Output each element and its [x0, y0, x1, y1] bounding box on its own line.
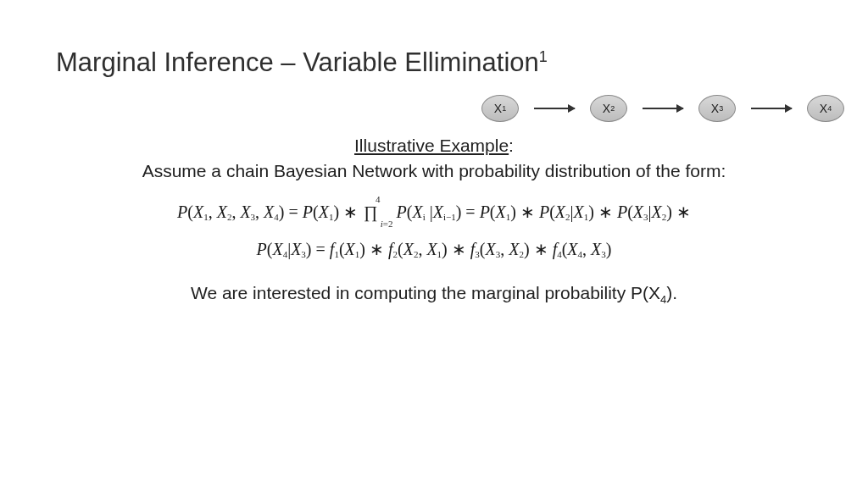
f2-rp4: )	[606, 240, 612, 258]
f2-x4: X	[272, 240, 282, 258]
title-footnote-ref: 1	[539, 48, 548, 65]
node-x2-sub: 2	[610, 104, 615, 113]
f2-fx2a: X	[403, 240, 414, 258]
f2-fx4a: X	[567, 240, 577, 258]
f1-x2x2b: X	[652, 202, 662, 221]
f2-cf4: ,	[582, 240, 591, 258]
f1-x2x3: X	[633, 202, 643, 221]
f2-cf2: ,	[418, 240, 426, 258]
marginal-text: We are interested in computing the margi…	[0, 283, 868, 306]
f1-x2: X	[217, 202, 227, 221]
f1-p2x1: P	[480, 202, 490, 221]
node-x3-sub: 3	[719, 104, 723, 113]
f1-lp2x2: (	[549, 202, 555, 221]
f1-pxi: P	[397, 202, 407, 221]
node-x3-var: X	[711, 102, 719, 115]
f1-x2x1b: X	[574, 202, 584, 221]
f1-p2x2: P	[539, 202, 549, 221]
slide-title: Marginal Inference – Variable Elliminati…	[56, 47, 548, 78]
f1-c3: ,	[255, 202, 264, 221]
prod-sub-eq: =2	[383, 219, 393, 229]
marginal-post: ).	[666, 283, 677, 302]
node-x3: X3	[698, 95, 736, 122]
prod-sub: i=2	[381, 219, 393, 229]
f2-fx2b: X	[426, 240, 437, 258]
assume-text: Assume a chain Bayesian Network with pro…	[0, 161, 868, 181]
bayesian-chain-diagram: X1 X2 X3 X4	[481, 95, 844, 122]
illustrative-label: Illustrative Example	[354, 136, 509, 155]
f2-cf3: ,	[500, 240, 509, 258]
marginal-pre: We are interested in computing the margi…	[191, 283, 660, 302]
f2-fx3a: X	[486, 240, 496, 258]
node-x1: X1	[481, 95, 519, 122]
f1-xim: X	[433, 202, 443, 221]
f1-rp1: ) =	[279, 202, 303, 221]
f1-bar1: |	[426, 202, 433, 221]
f1-rp2x1: ) ∗	[510, 202, 539, 221]
prod-glyph: ∏	[364, 202, 377, 221]
f2-px4: P	[257, 240, 267, 258]
arrow-icon	[643, 108, 683, 109]
f2-x3b: X	[291, 240, 301, 258]
formula-line-1: P(X1, X2, X3, X4) = P(X1) ∗ ∏4i=2 P(Xi |…	[0, 202, 868, 222]
f2-fx1: X	[345, 240, 355, 258]
f1-x2x2: X	[555, 202, 565, 221]
f1-p: P	[177, 202, 187, 221]
f2-lp2: (	[398, 240, 403, 258]
product-symbol: ∏4i=2	[364, 202, 377, 222]
node-x2: X2	[590, 95, 627, 122]
f1-xx1: X	[319, 202, 329, 221]
f1-x4: X	[264, 202, 274, 221]
illustrative-colon: :	[509, 136, 514, 155]
f1-c2: ,	[231, 202, 240, 221]
f1-x3: X	[240, 202, 250, 221]
node-x1-sub: 1	[502, 104, 506, 113]
f1-c1: ,	[209, 202, 217, 221]
f1-sim: i−1	[443, 212, 456, 222]
f1-rpx1: ) ∗	[333, 202, 362, 221]
formula-line-2: P(X4|X3) = f1(X1) ∗ f2(X2, X1) ∗ f3(X3, …	[0, 239, 868, 259]
f1-rp2x2: ) ∗	[588, 202, 617, 221]
f1-rpxi: ) =	[456, 202, 480, 221]
f1-lpx1: (	[313, 202, 319, 221]
node-x4-var: X	[820, 102, 827, 115]
f1-x2x1: X	[496, 202, 506, 221]
f1-lp2x1: (	[490, 202, 496, 221]
f2-rp2: ) ∗	[442, 240, 470, 258]
f1-rp2x3: ) ∗	[666, 202, 691, 221]
node-x4: X4	[807, 95, 844, 122]
node-x1-var: X	[494, 102, 502, 115]
f2-lp1: (	[339, 240, 345, 258]
arrow-icon	[751, 108, 792, 109]
f2-fx3b: X	[509, 240, 519, 258]
f2-fx4b: X	[591, 240, 601, 258]
section-heading: Illustrative Example:	[0, 136, 868, 156]
title-text: Marginal Inference – Variable Elliminati…	[56, 47, 539, 77]
node-x2-var: X	[603, 102, 610, 115]
arrow-icon	[534, 108, 575, 109]
f2-rpx4: ) =	[306, 240, 330, 258]
f1-lp: (	[187, 202, 193, 221]
f1-lp2x3: (	[627, 202, 633, 221]
node-x4-sub: 4	[827, 104, 832, 113]
f1-p2x3: P	[617, 202, 627, 221]
prod-sup: 4	[376, 194, 381, 204]
f2-rp1: ) ∗	[359, 240, 388, 258]
f1-x1: X	[193, 202, 203, 221]
f1-px1: P	[303, 202, 313, 221]
f2-lp3: (	[480, 240, 486, 258]
f1-xi: X	[412, 202, 422, 221]
f2-rp3: ) ∗	[524, 240, 553, 258]
